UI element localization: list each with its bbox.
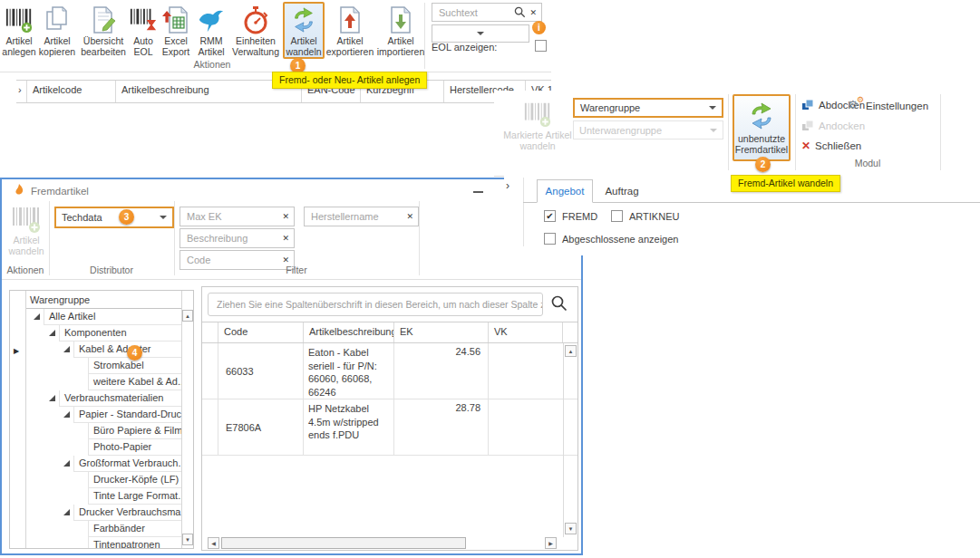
expanded-node-icon[interactable] (49, 330, 55, 336)
clear-icon[interactable]: ✕ (282, 212, 289, 221)
clear-icon[interactable]: ✕ (406, 212, 413, 221)
column-header[interactable]: VK (489, 322, 563, 342)
tree-item[interactable]: Drucker-Köpfe (LF) (26, 472, 181, 488)
column-header[interactable]: Artikelcode (27, 81, 116, 102)
search-clear-icon[interactable]: ✕ (529, 8, 537, 17)
uebersicht-bearbeiten-button[interactable]: Übersicht bearbeiten (78, 2, 129, 57)
beschreibung-filter-field[interactable]: ✕ (180, 228, 295, 248)
column-header[interactable]: Artikelbeschreibung (304, 322, 394, 342)
tree-item[interactable]: Alle Artikel (26, 309, 181, 325)
excel-export-button[interactable]: Excel Export (158, 2, 194, 57)
einheiten-verwaltung-button[interactable]: Einheiten Verwaltung (228, 2, 283, 57)
tree-item[interactable]: Büro Papiere & Filme (26, 423, 181, 439)
tree-item[interactable]: Papier - Standard-Druc... (26, 407, 181, 423)
search-box[interactable]: ✕ (432, 3, 542, 22)
scroll-up-icon[interactable]: ▲ (565, 345, 577, 357)
artikel-exportieren-button[interactable]: Artikel exportieren (325, 2, 375, 57)
rmm-artikel-button[interactable]: RMM Artikel (194, 2, 228, 57)
expanded-node-icon[interactable] (63, 346, 70, 352)
cell-beschreibung: HP Netzkabel 4.5m w/stripped ends f.PDU (304, 399, 394, 455)
column-header[interactable]: Code (218, 322, 304, 342)
fremdartikel-window: Fremdartikel Artikel wandeln Aktionen Te… (0, 178, 583, 555)
beschreibung-input[interactable] (185, 232, 278, 245)
search-icon[interactable] (514, 6, 526, 18)
artikel-kopieren-button[interactable]: Artikel kopieren (36, 2, 78, 57)
collapse-panel-arrow[interactable]: › (506, 179, 509, 192)
ribbon-separator (728, 94, 729, 174)
auto-eol-button[interactable]: Auto EOL (129, 2, 158, 57)
andocken-button[interactable]: Andocken (801, 120, 865, 132)
expanded-node-icon[interactable] (49, 395, 55, 401)
grid-horizontal-scrollbar[interactable]: ◀ ▶ (202, 537, 577, 550)
tree-item-selected[interactable]: Kabel & Adapter (26, 342, 181, 358)
tree-item[interactable]: Tintenpatronen (26, 537, 181, 548)
scroll-left-icon[interactable]: ◀ (208, 537, 219, 549)
tree-item[interactable]: Drucker Verbrauchsma... (26, 505, 181, 521)
tree-item[interactable]: Komponenten (26, 325, 181, 342)
artikel-wandeln-button-disabled[interactable]: Artikel wandeln (5, 201, 47, 256)
artikneu-checkbox[interactable] (611, 210, 623, 222)
distributor-dropdown[interactable]: Techdata (54, 207, 174, 228)
search-icon[interactable] (550, 294, 568, 314)
scroll-right-icon[interactable]: ▶ (545, 537, 557, 549)
warengruppe-dropdown[interactable]: Warengruppe (573, 98, 723, 118)
barcode-add-icon-disabled (523, 98, 552, 130)
ribbon-separator (940, 94, 941, 174)
excel-export-icon (162, 4, 189, 36)
group-by-bar[interactable]: Ziehen Sie eine Spaltenüberschrift in di… (208, 293, 543, 316)
max-ek-input[interactable] (185, 210, 278, 223)
step-badge-4: 4 (127, 345, 142, 361)
column-header[interactable]: EK (394, 322, 489, 342)
info-icon[interactable]: i (532, 21, 546, 34)
max-ek-filter-field[interactable]: ✕ (180, 207, 295, 226)
tree-item[interactable]: Großformat Verbrauch... (26, 456, 181, 472)
tree-item[interactable]: Stromkabel (26, 358, 181, 374)
chevron-down-icon (709, 106, 716, 110)
einstellungen-button[interactable]: ⚙⚙ Einstellungen (849, 99, 928, 112)
markierte-artikel-wandeln-button[interactable]: Markierte Artikel wandeln (501, 96, 574, 151)
clear-icon[interactable]: ✕ (282, 255, 289, 265)
tab-auftrag[interactable]: Auftrag (595, 179, 649, 203)
expanded-node-icon[interactable] (63, 460, 70, 467)
tree-item[interactable]: Farbbänder (26, 521, 181, 537)
unbenutzte-fremdartikel-button[interactable]: unbenutzte Fremdartikel (733, 94, 791, 161)
abgeschlossene-checkbox[interactable] (544, 233, 556, 245)
cell-vk (489, 399, 563, 455)
schliessen-button[interactable]: ✕ Schließen (801, 140, 861, 151)
grid-header-row: Code Artikelbeschreibung EK VK (202, 322, 577, 343)
tree-header[interactable]: Warengruppe (26, 291, 181, 309)
scroll-up-icon[interactable]: ▲ (182, 310, 193, 322)
tree-item[interactable]: Tinte Large Format... (26, 488, 181, 505)
tree-scrollbar[interactable]: ▲ ▼ (181, 291, 193, 548)
scrollbar-thumb[interactable] (221, 537, 466, 549)
herstellername-filter-field[interactable]: ✕ (304, 207, 419, 226)
herstellername-input[interactable] (309, 210, 403, 223)
unterwarengruppe-dropdown[interactable]: Unterwarengruppe (573, 120, 723, 140)
grid-row[interactable]: 66033 Eaton - Kabel seriell - für P/N: 6… (202, 343, 577, 399)
minimize-icon[interactable] (473, 191, 483, 193)
expanded-node-icon[interactable] (63, 509, 70, 515)
artikel-anlegen-button[interactable]: Artikel anlegen (2, 2, 36, 57)
tree-item[interactable]: Photo-Papier (26, 439, 181, 456)
tree-item[interactable]: weitere Kabel & Ad... (26, 374, 181, 390)
scroll-down-icon[interactable]: ▼ (565, 523, 577, 534)
search-input[interactable] (437, 6, 514, 19)
search-scope-dropdown[interactable] (432, 24, 529, 43)
collapse-panel-arrow[interactable]: › (16, 81, 27, 102)
warengruppe-value: Warengruppe (580, 102, 640, 113)
fremd-checkbox[interactable]: ✔ (544, 210, 556, 222)
eol-anzeigen-checkbox[interactable] (535, 40, 547, 52)
artikel-importieren-button[interactable]: Artikel importieren (375, 2, 426, 57)
tab-angebot[interactable]: Angebot (537, 179, 593, 203)
barcode-hourglass-icon (129, 4, 158, 36)
row-indicator-arrow: ▶ (14, 347, 19, 355)
grid-vertical-scrollbar[interactable]: ▲ ▼ (563, 343, 577, 537)
tree-item[interactable]: Verbrauchsmaterialien (26, 390, 181, 407)
artikel-wandeln-button[interactable]: Artikel wandeln (283, 2, 325, 59)
expanded-node-icon[interactable] (34, 313, 40, 320)
scroll-down-icon[interactable]: ▼ (182, 534, 193, 545)
clear-icon[interactable]: ✕ (282, 234, 289, 243)
recycle-icon (747, 98, 776, 134)
grid-row[interactable]: E7806A HP Netzkabel 4.5m w/stripped ends… (202, 399, 577, 456)
expanded-node-icon[interactable] (63, 411, 70, 418)
